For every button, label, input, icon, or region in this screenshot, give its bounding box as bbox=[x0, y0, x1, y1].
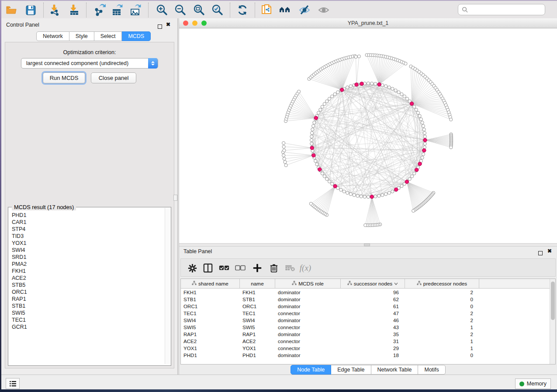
mcds-result-item[interactable]: YOX1 bbox=[12, 240, 168, 247]
save-session-button[interactable] bbox=[24, 3, 37, 17]
scrollbar-thumb[interactable] bbox=[551, 282, 555, 320]
float-panel-icon[interactable] bbox=[158, 23, 162, 31]
table-row[interactable]: TEC1TEC1connector472 bbox=[181, 309, 550, 316]
tab-motifs[interactable]: Motifs bbox=[418, 365, 445, 375]
mcds-hub-node[interactable] bbox=[423, 138, 427, 142]
deselect-all-icon[interactable] bbox=[235, 262, 246, 274]
mcds-result-item[interactable]: PMA2 bbox=[12, 261, 168, 268]
table-row[interactable]: STB1STB1dominator620 bbox=[181, 296, 550, 303]
table-row[interactable]: YOX1YOX1connector291 bbox=[181, 344, 550, 351]
hide-selected-button[interactable] bbox=[298, 3, 311, 17]
tab-edge-table[interactable]: Edge Table bbox=[331, 365, 371, 375]
mcds-hub-node[interactable] bbox=[410, 102, 413, 105]
mcds-hub-node[interactable] bbox=[340, 88, 344, 92]
mcds-result-item[interactable]: SWI4 bbox=[12, 247, 168, 254]
column-header-name[interactable]: name bbox=[240, 279, 275, 288]
select-all-icon[interactable] bbox=[218, 262, 230, 274]
export-network-button[interactable] bbox=[93, 3, 106, 17]
mcds-hub-node[interactable] bbox=[360, 82, 363, 86]
mcds-result-item[interactable]: ORC1 bbox=[12, 289, 168, 296]
delete-column-icon[interactable] bbox=[268, 262, 280, 274]
mcds-hub-node[interactable] bbox=[405, 180, 408, 183]
splitter-handle[interactable] bbox=[173, 195, 177, 201]
table-scrollbar[interactable] bbox=[550, 279, 555, 364]
mcds-hub-node[interactable] bbox=[318, 168, 321, 171]
mcds-hub-node[interactable] bbox=[355, 83, 358, 86]
export-image-button[interactable] bbox=[129, 3, 142, 17]
float-panel-icon[interactable] bbox=[538, 249, 543, 257]
mcds-result-item[interactable]: RAP1 bbox=[12, 296, 168, 303]
run-mcds-button[interactable]: Run MCDS bbox=[43, 72, 85, 83]
zoom-fit-button[interactable] bbox=[192, 3, 205, 17]
table-row[interactable]: SWI4SWI4dominator462 bbox=[181, 316, 550, 323]
close-panel-button[interactable]: Close panel bbox=[91, 72, 136, 83]
mcds-hub-node[interactable] bbox=[394, 188, 398, 191]
refresh-button[interactable] bbox=[236, 3, 249, 17]
table-row[interactable]: ORC1ORC1dominator610 bbox=[181, 303, 550, 309]
tab-style[interactable]: Style bbox=[69, 31, 94, 41]
mcds-result-item[interactable]: SWI5 bbox=[12, 309, 168, 316]
mcds-result-item[interactable]: TID3 bbox=[12, 233, 168, 240]
mcds-result-item[interactable]: STP4 bbox=[12, 226, 168, 233]
splitter-handle[interactable] bbox=[364, 244, 370, 246]
export-table-button[interactable] bbox=[111, 3, 124, 17]
network-canvas[interactable] bbox=[179, 28, 557, 243]
select-stepper-icon bbox=[148, 58, 158, 69]
copy-network-button[interactable] bbox=[260, 3, 273, 17]
mcds-result-item[interactable]: STB5 bbox=[12, 282, 168, 289]
table-row[interactable]: FKH1FKH1dominator962 bbox=[181, 289, 550, 296]
import-table-button[interactable] bbox=[68, 3, 81, 17]
mcds-result-item[interactable]: FKH1 bbox=[12, 268, 168, 275]
first-neighbors-button[interactable] bbox=[279, 3, 292, 17]
memory-button[interactable]: Memory bbox=[515, 378, 551, 389]
tab-node-table[interactable]: Node Table bbox=[291, 365, 331, 375]
mcds-result-item[interactable]: TEC1 bbox=[12, 316, 168, 323]
network-window-titlebar[interactable]: YPA_prune.txt_1 bbox=[179, 18, 557, 28]
task-history-button[interactable] bbox=[6, 378, 20, 389]
settings-gear-icon[interactable] bbox=[187, 262, 198, 274]
mcds-hub-node[interactable] bbox=[418, 162, 422, 165]
delete-table-icon[interactable] bbox=[284, 262, 296, 274]
mcds-hub-node[interactable] bbox=[377, 83, 381, 86]
table-row[interactable]: RAP1RAP1dominator352 bbox=[181, 330, 550, 337]
close-panel-icon[interactable]: ✖ bbox=[166, 22, 170, 27]
mcds-hub-node[interactable] bbox=[370, 195, 374, 199]
zoom-out-button[interactable] bbox=[173, 3, 187, 17]
function-builder-icon[interactable]: f(x) bbox=[300, 262, 311, 274]
mcds-list-scrollbar[interactable] bbox=[165, 208, 170, 364]
zoom-selected-button[interactable] bbox=[211, 3, 224, 17]
mcds-hub-node[interactable] bbox=[422, 148, 426, 152]
mcds-hub-node[interactable] bbox=[415, 168, 419, 172]
mcds-result-list[interactable]: PHD1CAR1STP4TID3YOX1SWI4SRD1PMA2FKH1ACE2… bbox=[9, 212, 168, 364]
tab-network[interactable]: Network bbox=[36, 31, 69, 41]
tab-select[interactable]: Select bbox=[94, 31, 122, 41]
column-header-shared-name[interactable]: shared name bbox=[181, 279, 240, 288]
mcds-hub-node[interactable] bbox=[312, 154, 315, 157]
table-row[interactable]: PHD1PHD1dominator180 bbox=[181, 351, 550, 358]
mcds-result-item[interactable]: CAR1 bbox=[12, 219, 168, 226]
import-network-button[interactable] bbox=[48, 3, 62, 17]
open-file-button[interactable] bbox=[5, 3, 18, 17]
column-header-successor-nodes[interactable]: successor nodes bbox=[341, 279, 405, 288]
show-columns-icon[interactable] bbox=[202, 262, 214, 274]
tab-network-table[interactable]: Network Table bbox=[371, 365, 419, 375]
column-header-MCDS-role[interactable]: MCDS role bbox=[275, 279, 341, 288]
mcds-hub-node[interactable] bbox=[310, 146, 314, 150]
mcds-result-item[interactable]: ACE2 bbox=[12, 275, 168, 282]
mcds-result-item[interactable]: PHD1 bbox=[12, 212, 168, 219]
show-all-button[interactable] bbox=[317, 3, 330, 17]
column-header-predecessor-nodes[interactable]: predecessor nodes bbox=[405, 279, 479, 288]
criterion-select[interactable]: largest connected component (undirected) bbox=[21, 58, 158, 69]
table-row[interactable]: ACE2ACE2connector311 bbox=[181, 337, 550, 344]
close-panel-icon[interactable]: ✖ bbox=[547, 249, 552, 253]
search-input[interactable] bbox=[458, 4, 545, 15]
add-column-icon[interactable] bbox=[252, 262, 263, 274]
table-row[interactable]: SWI5SWI5connector431 bbox=[181, 323, 550, 330]
mcds-hub-node[interactable] bbox=[333, 184, 337, 188]
mcds-hub-node[interactable] bbox=[314, 116, 318, 120]
tab-mcds[interactable]: MCDS bbox=[122, 31, 151, 41]
mcds-result-item[interactable]: SRD1 bbox=[12, 254, 168, 261]
mcds-result-item[interactable]: STB1 bbox=[12, 303, 168, 309]
mcds-result-item[interactable]: GCR1 bbox=[12, 323, 168, 330]
zoom-in-button[interactable] bbox=[155, 3, 168, 17]
